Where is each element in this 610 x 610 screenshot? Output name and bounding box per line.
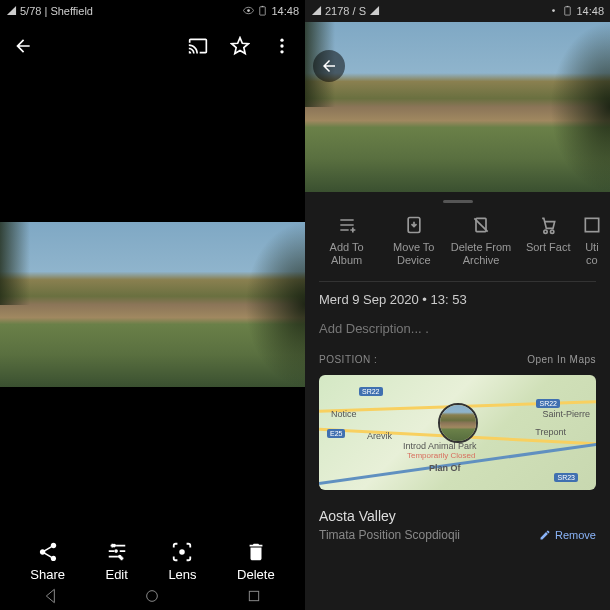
eye-icon: [548, 5, 559, 18]
map-place-label: Notice: [331, 409, 357, 419]
map-photo-marker: [438, 403, 478, 443]
road-badge: SR22: [359, 387, 383, 396]
battery-icon: [257, 5, 268, 18]
position-label: POSITION :: [319, 354, 377, 365]
location-name: Aosta Valley: [305, 500, 610, 524]
svg-rect-19: [585, 218, 598, 231]
map-place-label: Saint-Pierre: [542, 409, 590, 419]
remove-label: Remove: [555, 529, 596, 541]
road-badge: SR22: [536, 399, 560, 408]
remove-location-link[interactable]: Remove: [539, 529, 596, 541]
edit-label: Edit: [105, 567, 127, 582]
svg-point-6: [114, 549, 118, 553]
svg-point-8: [112, 544, 116, 548]
add-to-album-button[interactable]: Add To Album: [313, 215, 380, 267]
svg-rect-13: [565, 6, 571, 14]
svg-point-12: [553, 9, 556, 12]
svg-point-18: [551, 230, 554, 233]
map-place-label: Trepont: [535, 427, 566, 437]
battery-icon: [562, 5, 573, 18]
lens-button[interactable]: Lens: [168, 541, 196, 582]
photo-viewer-pane: 5/78 | Sheffield 14:48: [0, 0, 305, 610]
open-in-maps-link[interactable]: Open In Maps: [527, 354, 596, 365]
add-description-input[interactable]: Add Description... .: [305, 307, 610, 354]
location-map[interactable]: SR22 SR22 E25 SR23 Notice Arevik Introd …: [319, 375, 596, 490]
sort-fact-label: Sort Fact: [526, 241, 571, 254]
close-info-button[interactable]: [313, 50, 345, 82]
drag-handle[interactable]: [443, 200, 473, 203]
edit-button[interactable]: Edit: [105, 541, 127, 582]
info-sheet: Add To Album Move To Device Delete From …: [305, 192, 610, 610]
svg-rect-14: [567, 5, 569, 6]
nav-recent-icon[interactable]: [246, 588, 262, 608]
svg-rect-1: [260, 6, 266, 14]
status-bar-right: 2178 / S 14:48: [305, 0, 610, 22]
eye-icon: [243, 5, 254, 18]
svg-rect-2: [262, 5, 264, 6]
delete-label: Delete: [237, 567, 275, 582]
signal-icon: [311, 5, 322, 18]
move-to-device-button[interactable]: Move To Device: [380, 215, 447, 267]
svg-point-3: [280, 39, 283, 42]
move-device-label: Move To Device: [380, 241, 447, 267]
cast-icon[interactable]: [187, 35, 209, 57]
photo-preview[interactable]: [305, 22, 610, 192]
location-detail: Timata Position Scopdioqii: [319, 528, 460, 542]
svg-point-10: [147, 591, 158, 602]
divider: [319, 281, 596, 282]
share-label: Share: [30, 567, 65, 582]
back-button[interactable]: [12, 35, 34, 57]
delete-button[interactable]: Delete: [237, 541, 275, 582]
status-time: 14:48: [576, 5, 604, 17]
share-button[interactable]: Share: [30, 541, 65, 582]
more-icon[interactable]: [271, 35, 293, 57]
svg-point-4: [280, 44, 283, 47]
svg-rect-11: [249, 591, 258, 600]
lens-label: Lens: [168, 567, 196, 582]
signal-icon: [369, 5, 380, 18]
svg-point-0: [248, 9, 251, 12]
map-closed-label: Temporarily Closed: [407, 451, 475, 460]
svg-point-7: [118, 555, 122, 559]
map-place-label: Plan Of: [429, 463, 461, 473]
favorite-icon[interactable]: [229, 35, 251, 57]
add-album-label: Add To Album: [313, 241, 380, 267]
map-place-label: Introd Animal Park: [403, 441, 477, 451]
signal-icon: [6, 5, 17, 18]
delete-from-archive-button[interactable]: Delete From Archive: [447, 215, 514, 267]
photo-date: Merd 9 Sep 2020 • 13: 53: [305, 292, 610, 307]
network-text: 5/78 | Sheffield: [20, 5, 93, 17]
nav-back-icon[interactable]: [43, 588, 59, 608]
map-place-label: Arevik: [367, 431, 392, 441]
nav-home-icon[interactable]: [144, 588, 160, 608]
svg-point-17: [544, 230, 547, 233]
road-badge: SR23: [554, 473, 578, 482]
util-button[interactable]: Uti co: [582, 215, 602, 267]
info-actions-row: Add To Album Move To Device Delete From …: [305, 211, 610, 271]
photo-actions-bar: Share Edit Lens Delete: [0, 541, 305, 582]
util-label: Uti co: [582, 241, 602, 267]
delete-archive-label: Delete From Archive: [447, 241, 514, 267]
network-text: 2178 / S: [325, 5, 366, 17]
svg-point-9: [180, 549, 186, 555]
photo-image[interactable]: [0, 222, 305, 387]
system-nav-bar: [0, 586, 305, 610]
photo-header: [0, 22, 305, 70]
svg-point-5: [280, 50, 283, 53]
sort-fact-button[interactable]: Sort Fact: [515, 215, 582, 267]
photo-info-pane: 2178 / S 14:48 Add To Album Move To Devi…: [305, 0, 610, 610]
status-time: 14:48: [271, 5, 299, 17]
status-bar-left: 5/78 | Sheffield 14:48: [0, 0, 305, 22]
road-badge: E25: [327, 429, 345, 438]
